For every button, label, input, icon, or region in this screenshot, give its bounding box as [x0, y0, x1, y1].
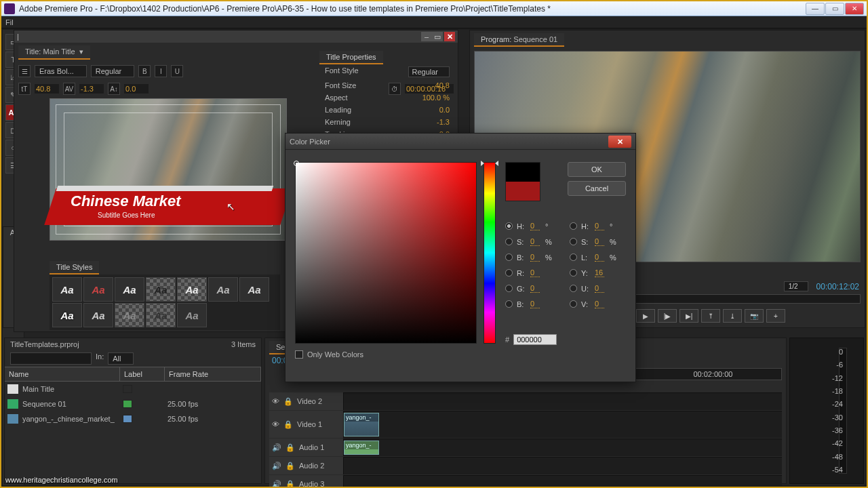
- style-swatch[interactable]: Aa: [83, 277, 113, 302]
- color-field-indicator[interactable]: [294, 161, 299, 166]
- step-fwd-button[interactable]: |▶: [658, 309, 677, 323]
- title-canvas[interactable]: Chinese Market Subtitle Goes Here ↖: [50, 98, 287, 241]
- hsl-s-value[interactable]: 0: [595, 237, 604, 246]
- lock-icon[interactable]: 🔒: [283, 397, 293, 406]
- button-editor-plus[interactable]: +: [766, 309, 785, 323]
- bold-button[interactable]: B: [138, 65, 151, 77]
- track-video-1[interactable]: 👁🔒Video 1 yangon_-: [269, 411, 782, 438]
- title-window-close[interactable]: ✕: [444, 32, 455, 41]
- lock-icon[interactable]: 🔒: [285, 480, 295, 489]
- yuv-y-radio[interactable]: [570, 269, 577, 277]
- rgb-b-radio[interactable]: [505, 300, 513, 308]
- font-family-select[interactable]: Eras Bol...: [35, 65, 87, 77]
- yuv-u-radio[interactable]: [570, 285, 577, 292]
- hsb-b-value[interactable]: 0: [530, 253, 540, 262]
- project-row-label[interactable]: [123, 400, 132, 408]
- export-frame-button[interactable]: 📷: [745, 309, 764, 323]
- hsl-h-radio[interactable]: [570, 222, 577, 230]
- track-lane[interactable]: [344, 475, 782, 488]
- track-lane[interactable]: [344, 457, 782, 474]
- yuv-y-value[interactable]: 16: [595, 268, 604, 277]
- hsl-s-radio[interactable]: [570, 238, 577, 245]
- app-menu-bar[interactable]: Fil: [1, 16, 867, 28]
- track-audio-2[interactable]: 🔊🔒Audio 2: [269, 457, 782, 474]
- menu-file[interactable]: Fil: [5, 18, 14, 26]
- window-close-button[interactable]: ✕: [845, 3, 864, 15]
- hsb-h-value[interactable]: 0: [530, 222, 540, 230]
- program-tc-right[interactable]: 00:00:12:02: [816, 282, 859, 291]
- track-lane[interactable]: yangon_-: [344, 439, 782, 456]
- eye-icon[interactable]: 👁: [272, 397, 279, 405]
- style-swatch[interactable]: Aa: [115, 303, 144, 327]
- ok-button[interactable]: OK: [568, 162, 626, 177]
- title-tab[interactable]: Title: Main Title ▾: [18, 45, 90, 60]
- track-video-2[interactable]: 👁🔒Video 2: [269, 392, 782, 410]
- title-tab-menu-icon[interactable]: ▾: [79, 47, 83, 56]
- prop-fontsize-value[interactable]: 40.8: [435, 81, 450, 89]
- hsl-h-value[interactable]: 0: [595, 222, 604, 230]
- project-col-name[interactable]: Name: [5, 367, 120, 381]
- yuv-v-radio[interactable]: [570, 300, 577, 308]
- rgb-g-value[interactable]: 0: [530, 284, 540, 293]
- eye-icon[interactable]: 👁: [272, 420, 279, 428]
- lock-icon[interactable]: 🔒: [285, 462, 295, 470]
- extract-button[interactable]: ⤓: [723, 309, 742, 323]
- speaker-icon[interactable]: 🔊: [272, 443, 281, 452]
- hsl-l-radio[interactable]: [570, 253, 577, 261]
- prop-leading-value[interactable]: 0.0: [439, 106, 450, 114]
- window-maximize-button[interactable]: ▭: [825, 3, 844, 15]
- leading-value[interactable]: 0.0: [124, 84, 149, 94]
- track-lane[interactable]: yangon_-: [344, 411, 782, 438]
- swatch-previous[interactable]: [506, 182, 540, 201]
- window-minimize-button[interactable]: —: [806, 3, 825, 15]
- style-swatch[interactable]: Aa: [115, 277, 144, 302]
- speaker-icon[interactable]: 🔊: [272, 462, 281, 470]
- program-zoom-select[interactable]: 1/2: [784, 281, 808, 291]
- lock-icon[interactable]: 🔒: [283, 420, 293, 429]
- track-audio-3[interactable]: 🔊🔒Audio 3: [269, 475, 782, 488]
- underline-button[interactable]: U: [171, 65, 183, 77]
- title-window-max[interactable]: ▭: [432, 32, 443, 41]
- style-swatch[interactable]: Aa: [52, 277, 82, 302]
- hsb-h-radio[interactable]: [505, 222, 513, 230]
- prop-aspect-value[interactable]: 100.0 %: [422, 94, 450, 102]
- font-style-select[interactable]: Regular: [91, 65, 135, 77]
- rgb-b-value[interactable]: 0: [530, 300, 540, 308]
- project-row-label[interactable]: [123, 385, 132, 393]
- track-lane[interactable]: [344, 392, 782, 410]
- rgb-g-radio[interactable]: [505, 285, 513, 292]
- style-swatch[interactable]: Aa: [177, 303, 207, 327]
- style-swatch[interactable]: Aa: [208, 277, 238, 302]
- color-picker-titlebar[interactable]: Color Picker ✕: [285, 134, 635, 150]
- title-window-min[interactable]: –: [421, 32, 432, 41]
- web-colors-checkbox[interactable]: [295, 350, 303, 359]
- style-swatch[interactable]: Aa: [52, 303, 82, 327]
- title-styles-tab[interactable]: Title Styles: [50, 261, 99, 274]
- video-clip[interactable]: yangon_-: [344, 413, 379, 436]
- italic-button[interactable]: I: [155, 65, 167, 77]
- yuv-v-value[interactable]: 0: [595, 300, 604, 308]
- project-col-label[interactable]: Label: [120, 367, 165, 381]
- lower-third-graphic[interactable]: Chinese Market Subtitle Goes Here: [50, 188, 286, 225]
- cancel-button[interactable]: Cancel: [568, 181, 626, 196]
- web-colors-row[interactable]: Only Web Colors: [295, 350, 363, 359]
- prop-kerning-value[interactable]: -1.3: [437, 118, 450, 126]
- project-columns-header[interactable]: Name Label Frame Rate: [5, 367, 261, 382]
- lock-icon[interactable]: 🔒: [285, 443, 295, 452]
- color-picker-close-button[interactable]: ✕: [608, 136, 631, 148]
- hue-slider[interactable]: [484, 162, 496, 344]
- program-tab[interactable]: Program: Sequence 01: [474, 33, 564, 47]
- hsb-b-radio[interactable]: [505, 253, 513, 261]
- hex-input[interactable]: [513, 334, 557, 345]
- project-row[interactable]: Main Title: [5, 382, 261, 396]
- project-row-label[interactable]: [123, 415, 132, 423]
- style-swatch[interactable]: Aa: [146, 277, 176, 302]
- yuv-u-value[interactable]: 0: [595, 284, 604, 293]
- hsl-l-value[interactable]: 0: [595, 253, 604, 262]
- prop-fontstyle-value[interactable]: Regular: [408, 66, 450, 77]
- project-col-fps[interactable]: Frame Rate: [165, 367, 261, 381]
- style-swatch[interactable]: Aa: [83, 303, 113, 327]
- hsb-s-radio[interactable]: [505, 238, 513, 245]
- swatch-new[interactable]: [506, 163, 540, 182]
- go-to-out-button[interactable]: ▶|: [679, 309, 698, 323]
